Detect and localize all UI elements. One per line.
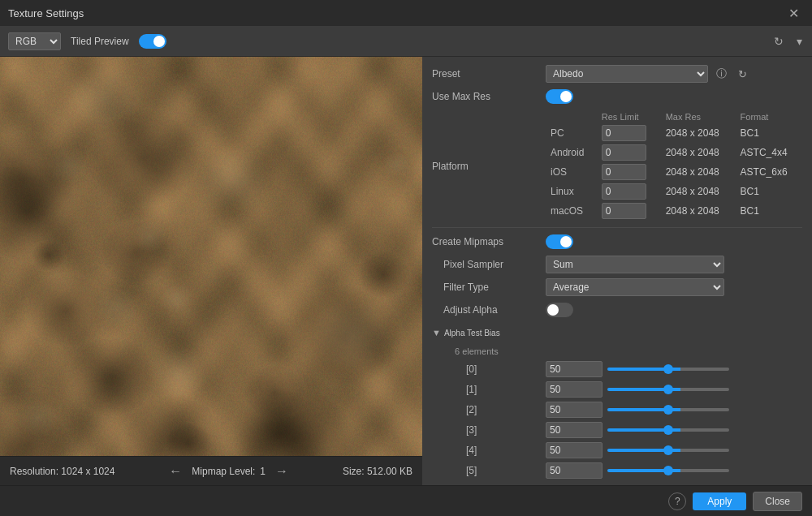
slider-container-0	[603, 368, 802, 371]
create-mipmaps-toggle[interactable]	[546, 234, 573, 249]
resolution-label: Resolution: 1024 x 1024	[10, 466, 114, 477]
platform-name: macOS	[546, 201, 597, 221]
alpha-bias-row: [2]	[432, 400, 802, 419]
alpha-index-label-1: [1]	[432, 384, 546, 395]
alpha-index-label-0: [0]	[432, 363, 546, 375]
alpha-bias-row: [5]	[432, 461, 802, 480]
slider-container-1	[603, 388, 802, 391]
platform-row: Android 2048 x 2048 ASTC_4x4	[546, 143, 802, 162]
alpha-bias-input-2[interactable]	[546, 402, 603, 418]
use-max-res-label: Use Max Res	[432, 91, 546, 102]
use-max-res-toggle[interactable]	[546, 89, 573, 104]
pixel-sampler-row: Pixel Sampler Sum Average Min Max	[432, 254, 802, 275]
apply-button[interactable]: Apply	[693, 492, 746, 510]
platform-name: Android	[546, 143, 597, 162]
platform-format: BC1	[736, 182, 802, 201]
alpha-bias-slider-1[interactable]	[607, 388, 729, 391]
mipmap-next-button[interactable]: →	[270, 462, 293, 480]
filter-type-label: Filter Type	[432, 282, 546, 293]
title-bar: Texture Settings ✕	[0, 0, 812, 26]
alpha-bias-row: [4]	[432, 441, 802, 460]
mipmap-label: Mipmap Level:	[192, 466, 255, 477]
alpha-bias-input-5[interactable]	[546, 462, 603, 479]
preset-label: Preset	[432, 68, 546, 80]
preset-value-container: Albedo Normal Roughness Metallic ⓘ ↻	[546, 65, 802, 83]
alpha-bias-slider-3[interactable]	[607, 428, 729, 432]
platform-res-limit	[597, 201, 661, 221]
slider-container-2	[603, 408, 802, 411]
alpha-index-label-2: [2]	[432, 404, 546, 415]
settings-panel: Preset Albedo Normal Roughness Metallic …	[422, 57, 812, 485]
platform-row: iOS 2048 x 2048 ASTC_6x6	[546, 162, 802, 182]
pixel-sampler-select[interactable]: Sum Average Min Max	[546, 256, 724, 273]
alpha-bias-input-1[interactable]	[546, 381, 603, 398]
alpha-test-bias-row: ▼ Alpha Test Bias	[432, 322, 802, 343]
alpha-bias-input-3[interactable]	[546, 422, 603, 438]
slider-container-3	[603, 428, 802, 432]
preset-refresh-button[interactable]: ↻	[735, 67, 750, 82]
alpha-test-bias-header[interactable]: ▼ Alpha Test Bias	[432, 328, 500, 338]
platform-table: Res Limit Max Res Format PC 2048 x 2048 …	[546, 110, 802, 221]
alpha-bias-input-0[interactable]	[546, 361, 603, 377]
dropdown-button[interactable]: ▾	[795, 33, 804, 49]
alpha-bias-slider-0[interactable]	[607, 368, 729, 371]
preview-footer: Resolution: 1024 x 1024 ← Mipmap Level: …	[0, 456, 422, 485]
slider-container-4	[603, 449, 802, 452]
close-button[interactable]: Close	[753, 492, 802, 511]
alpha-index-label-5: [5]	[432, 465, 546, 476]
tiled-preview-toggle[interactable]	[139, 34, 166, 49]
rgb-select[interactable]: RGB RGBA RGBA	[8, 32, 61, 50]
alpha-bias-input-4[interactable]	[546, 442, 603, 458]
adjust-alpha-value	[546, 303, 802, 317]
pixel-sampler-label: Pixel Sampler	[432, 259, 546, 270]
create-mipmaps-row: Create Mipmaps	[432, 231, 802, 252]
platform-row: Linux 2048 x 2048 BC1	[546, 182, 802, 201]
alpha-items-container: [0] [1] [2] [3] [4]	[432, 359, 802, 480]
alpha-index-label-3: [3]	[432, 424, 546, 436]
res-limit-input[interactable]	[602, 125, 646, 141]
platform-res-limit	[597, 162, 661, 182]
help-button[interactable]: ?	[668, 492, 686, 510]
toolbar: RGB RGBA RGBA Tiled Preview ↻ ▾	[0, 26, 812, 57]
preview-panel: Resolution: 1024 x 1024 ← Mipmap Level: …	[0, 57, 422, 485]
preset-info-button[interactable]: ⓘ	[713, 65, 730, 83]
alpha-bias-slider-4[interactable]	[607, 449, 729, 452]
platform-name: iOS	[546, 162, 597, 182]
platform-max-res: 2048 x 2048	[661, 182, 736, 201]
platform-row: PC 2048 x 2048 BC1	[546, 123, 802, 143]
adjust-alpha-toggle[interactable]	[546, 303, 573, 317]
alpha-bias-row: [1]	[432, 380, 802, 399]
res-limit-input[interactable]	[602, 183, 646, 200]
main-content: Resolution: 1024 x 1024 ← Mipmap Level: …	[0, 57, 812, 485]
filter-type-select[interactable]: Average Nearest Bilinear Trilinear	[546, 278, 724, 296]
platform-format: BC1	[736, 123, 802, 143]
window-title: Texture Settings	[8, 7, 84, 19]
res-limit-col-header: Res Limit	[597, 110, 661, 123]
refresh-button[interactable]: ↻	[772, 33, 785, 49]
platform-res-limit	[597, 182, 661, 201]
res-limit-input[interactable]	[602, 144, 646, 161]
alpha-bias-slider-2[interactable]	[607, 408, 729, 411]
alpha-bias-row: [0]	[432, 359, 802, 379]
adjust-alpha-label: Adjust Alpha	[432, 304, 546, 316]
create-mipmaps-value	[546, 234, 802, 249]
texture-canvas	[0, 57, 422, 456]
mipmap-prev-button[interactable]: ←	[164, 462, 187, 480]
mipmap-value: 1	[260, 466, 266, 477]
use-max-res-value	[546, 89, 802, 104]
res-limit-input[interactable]	[602, 203, 646, 219]
slider-container-5	[603, 469, 802, 472]
pixel-sampler-value: Sum Average Min Max	[546, 256, 802, 273]
platform-res-limit	[597, 123, 661, 143]
platform-max-res: 2048 x 2048	[661, 123, 736, 143]
alpha-bias-slider-5[interactable]	[607, 469, 729, 472]
preset-select[interactable]: Albedo Normal Roughness Metallic	[546, 65, 708, 83]
window-close-button[interactable]: ✕	[784, 4, 804, 23]
preset-row: Preset Albedo Normal Roughness Metallic …	[432, 63, 802, 84]
platform-col-header	[546, 110, 597, 123]
filter-type-value: Average Nearest Bilinear Trilinear	[546, 278, 802, 296]
platform-row: macOS 2048 x 2048 BC1	[546, 201, 802, 221]
alpha-index-label-4: [4]	[432, 445, 546, 456]
res-limit-input[interactable]	[602, 164, 646, 180]
platform-name: PC	[546, 123, 597, 143]
